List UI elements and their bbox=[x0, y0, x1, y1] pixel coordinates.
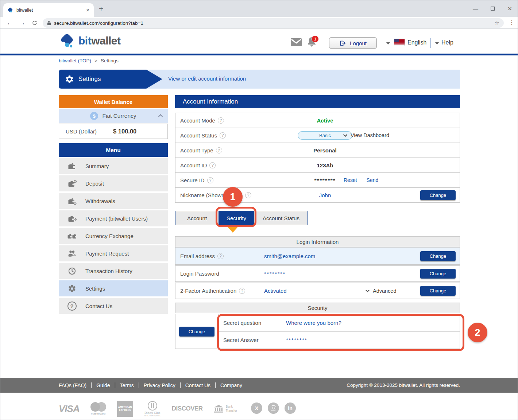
table-row-account-mode: Account Mode? Active bbox=[175, 113, 460, 128]
help-dropdown-icon[interactable] bbox=[435, 42, 439, 44]
mastercard-logo: mastercard bbox=[90, 402, 106, 415]
payment-methods: VISA mastercard AMERICAN EXPRESS Diners … bbox=[59, 398, 237, 419]
fiat-currency-toggle[interactable]: $ Fiat Currency bbox=[59, 109, 168, 123]
sidebar-item-payment-request[interactable]: Payment Request bbox=[59, 245, 168, 261]
window-minimize-button[interactable]: — bbox=[467, 0, 484, 17]
sidebar-item-deposit[interactable]: S Deposit bbox=[59, 175, 168, 191]
help-icon[interactable]: ? bbox=[209, 162, 216, 168]
account-id-value: 123Ab bbox=[263, 162, 387, 168]
lock-icon bbox=[47, 20, 51, 26]
sidebar-item-withdrawals[interactable]: S Withdrawals bbox=[59, 193, 168, 209]
footer-link-company[interactable]: Company bbox=[216, 382, 247, 388]
sidebar-item-transaction-history[interactable]: Transaction History bbox=[59, 263, 168, 279]
forward-icon[interactable]: → bbox=[17, 17, 27, 29]
back-icon[interactable]: ← bbox=[5, 17, 15, 29]
help-icon[interactable]: ? bbox=[207, 177, 213, 183]
browser-tab[interactable]: bitwallet × bbox=[3, 3, 94, 17]
table-row-account-id: Account ID? 123Ab bbox=[175, 158, 460, 173]
security-section-header: Security bbox=[175, 303, 460, 313]
sidebar-item-settings[interactable]: Settings bbox=[59, 280, 168, 296]
2fa-change-button[interactable]: Change bbox=[420, 286, 456, 296]
email-value: smith@example.com bbox=[264, 253, 315, 259]
help-icon[interactable]: ? bbox=[220, 132, 226, 139]
browser-window: bitwallet × + — ✕ ← → secure.bitwallet.c… bbox=[0, 0, 518, 420]
bitwallet-logo[interactable] bbox=[59, 33, 76, 49]
window-close-button[interactable]: ✕ bbox=[501, 0, 518, 17]
account-information-table: Account Mode? Active Account Status? Bas… bbox=[175, 113, 460, 203]
table-row-secure-id: Secure ID? ******** Reset Send bbox=[175, 173, 460, 188]
browser-toolbar: ← → secure.bitwallet.com/configuration?t… bbox=[0, 17, 518, 29]
tab-title: bitwallet bbox=[16, 8, 86, 13]
diners-club-logo: Diners ClubINTERNATIONAL bbox=[144, 401, 161, 417]
account-type-label: Account Type bbox=[180, 147, 213, 153]
2fa-value: Activated bbox=[264, 288, 287, 294]
dollar-coin-icon: $ bbox=[90, 112, 98, 120]
nickname-value: John bbox=[263, 192, 387, 198]
breadcrumb-home-link[interactable]: bitwallet (TOP) bbox=[59, 58, 91, 63]
page-subtitle: View or edit account information bbox=[168, 75, 246, 82]
new-tab-button[interactable]: + bbox=[99, 4, 103, 13]
account-mode-value: Active bbox=[263, 117, 387, 124]
page-title: Settings bbox=[78, 75, 101, 83]
breadcrumb-separator: > bbox=[94, 58, 97, 63]
security-change-button[interactable]: Change bbox=[179, 327, 214, 337]
brand-wordmark[interactable]: bitwallet bbox=[78, 35, 121, 47]
page-banner-title-block: Settings bbox=[59, 70, 162, 89]
login-password-value: ******** bbox=[264, 271, 286, 277]
secure-id-reset-link[interactable]: Reset bbox=[344, 177, 357, 183]
tab-account-status[interactable]: Account Status bbox=[254, 211, 308, 225]
language-dropdown-icon[interactable] bbox=[386, 42, 390, 44]
instagram-icon[interactable] bbox=[268, 402, 279, 414]
breadcrumb: bitwallet (TOP) > Settings bbox=[59, 58, 119, 63]
reload-icon[interactable] bbox=[30, 17, 40, 29]
breadcrumb-current: Settings bbox=[101, 58, 119, 63]
sidebar-item-contact-us[interactable]: ? Contact Us bbox=[59, 298, 168, 314]
bookmark-star-icon[interactable]: ☆ bbox=[495, 20, 499, 26]
email-change-button[interactable]: Change bbox=[420, 251, 456, 261]
wallet-icon bbox=[66, 162, 78, 170]
help-icon[interactable]: ? bbox=[218, 117, 224, 124]
password-change-button[interactable]: Change bbox=[420, 269, 456, 279]
tab-account[interactable]: Account bbox=[175, 211, 219, 225]
table-row-account-type: Account Type? Personal bbox=[175, 143, 460, 158]
help-icon[interactable]: ? bbox=[217, 253, 224, 259]
2fa-advanced-link[interactable]: Advanced bbox=[365, 288, 397, 294]
notification-bell[interactable]: 1 bbox=[307, 36, 324, 48]
footer-link-privacy[interactable]: Privacy Policy bbox=[139, 382, 180, 388]
nickname-change-button[interactable]: Change bbox=[420, 190, 456, 200]
sidebar-item-summary[interactable]: Summary bbox=[59, 158, 168, 174]
menu-header: Menu bbox=[59, 143, 168, 157]
clock-icon bbox=[66, 267, 78, 275]
sidebar-item-currency-exchange[interactable]: Currency Exchange bbox=[59, 228, 168, 244]
browser-menu-icon[interactable]: ⋮ bbox=[508, 19, 516, 26]
email-label: Email address bbox=[180, 253, 215, 259]
bank-transfer-logo: BankTransfer bbox=[214, 404, 237, 413]
view-dashboard-link[interactable]: View Dashboard bbox=[343, 132, 389, 138]
header-divider-bar bbox=[0, 54, 518, 55]
linkedin-icon[interactable]: in bbox=[285, 402, 296, 414]
tab-close-icon[interactable]: × bbox=[86, 7, 89, 13]
x-icon[interactable]: X bbox=[251, 402, 262, 414]
sidebar-item-payment[interactable]: Payment (bitwallet Users) bbox=[59, 210, 168, 226]
wallet-withdraw-icon: S bbox=[66, 197, 78, 205]
logout-icon bbox=[339, 40, 346, 47]
row-2fa: 2-Factor Authentication? Activated Advan… bbox=[175, 283, 460, 299]
language-label[interactable]: English bbox=[407, 39, 426, 46]
window-maximize-button[interactable] bbox=[484, 0, 501, 17]
chevron-down-icon bbox=[365, 289, 370, 292]
logout-button[interactable]: Logout bbox=[329, 37, 377, 49]
url-bar[interactable]: secure.bitwallet.com/configuration?tab=1… bbox=[43, 18, 504, 28]
footer-link-faq[interactable]: FAQs (FAQ) bbox=[59, 382, 91, 388]
footer-link-guide[interactable]: Guide bbox=[92, 382, 115, 388]
question-circle-icon: ? bbox=[66, 302, 78, 311]
sidebar-menu: Summary S Deposit S Withdrawals Payment … bbox=[59, 158, 168, 315]
footer-link-contact[interactable]: Contact Us bbox=[181, 382, 215, 388]
help-icon[interactable]: ? bbox=[216, 147, 222, 153]
footer-link-terms[interactable]: Terms bbox=[115, 382, 139, 388]
secure-id-send-link[interactable]: Send bbox=[367, 177, 379, 183]
help-icon[interactable]: ? bbox=[239, 288, 245, 294]
wallet-exchange-icon bbox=[66, 232, 78, 240]
help-label[interactable]: Help bbox=[441, 39, 453, 46]
mail-icon[interactable] bbox=[291, 38, 302, 46]
help-icon[interactable]: ? bbox=[245, 192, 251, 198]
